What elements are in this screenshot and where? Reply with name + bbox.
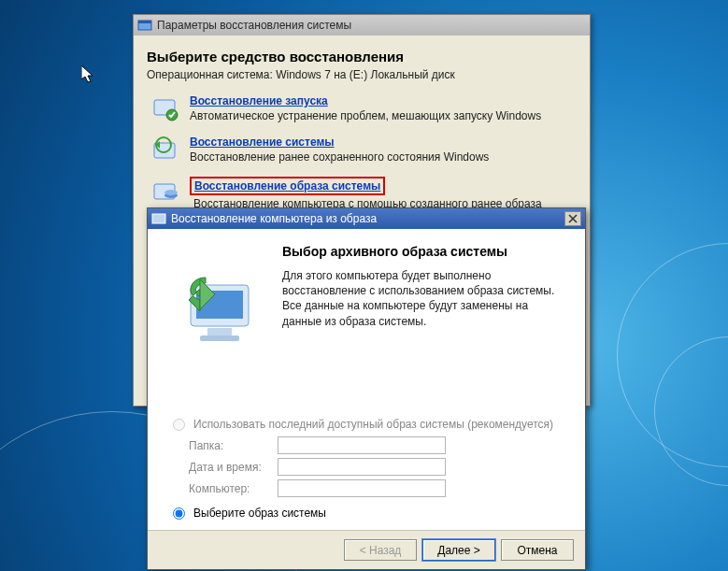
option-startup-repair: Восстановление запуска Автоматическое ус…: [147, 89, 577, 130]
radio-use-latest[interactable]: Использовать последний доступный образ с…: [168, 418, 564, 431]
next-button[interactable]: Далее >: [422, 539, 495, 561]
svg-rect-13: [200, 335, 239, 341]
close-icon: [568, 214, 578, 223]
os-line: Операционная система: Windows 7 на (E:) …: [147, 68, 577, 81]
folder-field: [278, 436, 446, 454]
wizard-graphic-icon: [164, 251, 267, 354]
system-restore-link[interactable]: Восстановление системы: [190, 136, 335, 149]
radio-select-image[interactable]: Выберите образ системы: [168, 507, 564, 520]
system-restore-icon: [150, 136, 180, 165]
radio-use-latest-label: Использовать последний доступный образ с…: [193, 418, 553, 431]
mouse-cursor: [81, 65, 96, 86]
startup-repair-desc: Автоматическое устранение проблем, мешаю…: [190, 109, 541, 122]
window-icon: [137, 18, 152, 33]
reimage-wizard-window: Восстановление компьютера из образа Выбо…: [147, 207, 586, 570]
startup-repair-link[interactable]: Восстановление запуска: [190, 94, 328, 107]
folder-label: Папка:: [189, 439, 278, 452]
radio-select-image-input[interactable]: [173, 507, 185, 520]
startup-repair-icon: [150, 94, 180, 124]
system-image-link[interactable]: Восстановление образа системы: [194, 179, 380, 193]
datetime-label: Дата и время:: [189, 461, 278, 474]
cancel-button[interactable]: Отмена: [501, 539, 574, 561]
image-fields: Папка: Дата и время: Компьютер:: [189, 436, 564, 497]
close-button[interactable]: [564, 211, 581, 226]
wizard-window-icon: [151, 211, 166, 226]
system-image-highlight: Восстановление образа системы: [190, 177, 385, 195]
computer-field: [278, 479, 446, 497]
system-image-icon: [150, 177, 180, 207]
wizard-description: Для этого компьютера будет выполнено вос…: [282, 268, 568, 329]
svg-point-8: [164, 190, 178, 195]
svg-rect-9: [152, 214, 165, 223]
wizard-button-bar: < Назад Далее > Отмена: [148, 530, 585, 569]
radio-use-latest-input[interactable]: [173, 419, 185, 431]
wizard-body: Использовать последний доступный образ с…: [148, 407, 585, 531]
system-restore-desc: Восстановление ранее сохраненного состоя…: [190, 150, 489, 164]
datetime-field: [278, 458, 446, 476]
options-heading: Выберите средство восстановления: [147, 49, 577, 64]
wizard-heading: Выбор архивного образа системы: [282, 244, 568, 259]
svg-rect-1: [138, 21, 151, 23]
wizard-titlebar[interactable]: Восстановление компьютера из образа: [148, 208, 585, 229]
wizard-header-panel: Выбор архивного образа системы Для этого…: [148, 229, 585, 407]
option-system-restore: Восстановление системы Восстановление ра…: [147, 130, 577, 171]
radio-select-image-label: Выберите образ системы: [193, 507, 326, 520]
svg-rect-12: [207, 328, 232, 335]
wizard-title: Восстановление компьютера из образа: [171, 212, 377, 225]
options-titlebar[interactable]: Параметры восстановления системы: [134, 15, 590, 36]
back-button[interactable]: < Назад: [344, 539, 417, 561]
options-title: Параметры восстановления системы: [157, 19, 351, 32]
computer-label: Компьютер:: [189, 482, 278, 495]
